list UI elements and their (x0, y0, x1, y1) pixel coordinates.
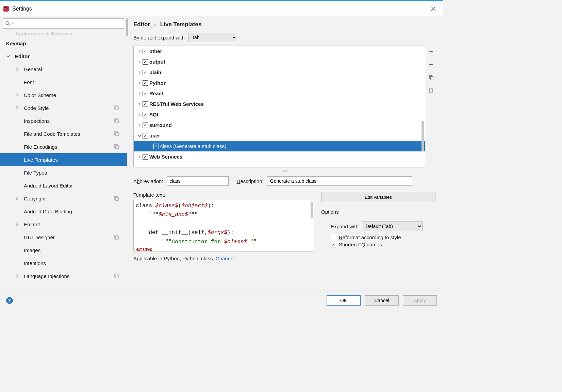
nav-item[interactable]: Copyright (0, 192, 127, 205)
splitter-handle[interactable]: ∷∷∷ (133, 170, 437, 172)
template-group[interactable]: SQL (134, 109, 425, 120)
add-button[interactable] (427, 48, 435, 56)
template-group[interactable]: RESTful Web Services (134, 99, 425, 109)
nav-item[interactable]: Intentions (0, 257, 127, 270)
group-checkbox[interactable] (143, 101, 148, 107)
chevron-right-icon (15, 105, 20, 111)
template-group[interactable]: Web Services (134, 151, 425, 162)
nav-item[interactable]: Keymap (0, 37, 127, 50)
reformat-checkbox[interactable] (331, 235, 336, 240)
group-checkbox[interactable] (143, 80, 148, 86)
nav-item[interactable]: Font (0, 76, 127, 88)
nav-item[interactable]: Android Layout Editor (0, 179, 127, 192)
abbreviation-label: Abbreviation: (133, 178, 163, 184)
group-checkbox[interactable] (143, 70, 148, 75)
group-checkbox[interactable] (143, 91, 148, 96)
right-scrollbar[interactable] (126, 18, 128, 36)
default-expand-select[interactable]: Tab (188, 33, 237, 42)
template-group[interactable]: surround (134, 120, 425, 130)
nav-item-label: File and Code Templates (24, 131, 80, 137)
expand-with-select[interactable]: Default (Tab) (362, 222, 423, 231)
chevron-right-icon[interactable] (136, 113, 143, 117)
svg-point-3 (6, 21, 9, 24)
reformat-checkbox-row[interactable]: Reformat according to style (331, 234, 437, 240)
nav-item-label: GUI Designer (24, 234, 55, 240)
search-dropdown-icon[interactable] (11, 22, 14, 25)
template-label: class (Generate a stub class) (160, 143, 226, 149)
nav-item[interactable]: Live Templates (0, 153, 127, 166)
shorten-checkbox-row[interactable]: Shorten FQ names (331, 242, 437, 247)
chevron-right-icon[interactable] (136, 102, 143, 106)
chevron-right-icon[interactable] (136, 92, 143, 96)
edit-variables-button[interactable]: Edit variables (321, 192, 435, 202)
templates-tree[interactable]: otheroutputplainPythonReactRESTful Web S… (133, 46, 425, 167)
remove-button[interactable] (427, 61, 435, 69)
shorten-checkbox[interactable] (331, 242, 336, 247)
description-input[interactable] (267, 176, 412, 186)
group-label: SQL (149, 112, 160, 117)
template-item[interactable]: class (Generate a stub class) (134, 141, 425, 151)
chevron-right-icon[interactable] (136, 81, 143, 85)
nav-item[interactable]: General (0, 63, 127, 76)
nav-item[interactable]: GUI Designer (0, 231, 127, 244)
nav-item-label: File Types (24, 170, 47, 176)
change-context-link[interactable]: Change (216, 256, 234, 261)
close-button[interactable] (427, 2, 440, 16)
breadcrumb-root[interactable]: Editor (133, 21, 150, 28)
nav-item-label: Images (24, 247, 40, 253)
chevron-right-icon[interactable] (136, 49, 143, 53)
nav-item[interactable]: File Types (0, 166, 127, 179)
svg-line-4 (9, 24, 10, 26)
template-scrollbar[interactable] (311, 201, 313, 218)
group-checkbox[interactable] (143, 112, 148, 117)
nav-item[interactable]: Code Style (0, 101, 127, 114)
template-group[interactable]: React (134, 88, 425, 99)
per-project-icon (114, 118, 119, 123)
search-box[interactable] (3, 18, 124, 29)
group-label: surround (149, 122, 172, 128)
template-group[interactable]: other (134, 46, 425, 56)
help-button[interactable]: ? (6, 297, 13, 304)
group-checkbox[interactable] (143, 49, 148, 54)
chevron-right-icon[interactable] (136, 123, 143, 127)
template-group[interactable]: plain (134, 67, 425, 78)
template-group[interactable]: Python (134, 78, 425, 88)
chevron-right-icon[interactable] (136, 155, 143, 159)
group-checkbox[interactable] (143, 133, 148, 138)
nav-item[interactable]: File and Code Templates (0, 127, 127, 140)
template-text-editor[interactable]: class $class$($object$): """$cls_doc$"""… (133, 200, 314, 251)
template-group[interactable]: user (134, 130, 425, 141)
nav-item[interactable]: Color Scheme (0, 88, 127, 101)
nav-item-label: General (24, 66, 42, 72)
tree-scrollbar[interactable] (422, 121, 424, 151)
nav-item[interactable]: Inspections (0, 114, 127, 127)
svg-rect-8 (115, 120, 118, 123)
settings-nav-tree[interactable]: Appearance & BehaviorKeymapEditorGeneral… (0, 30, 127, 291)
nav-item[interactable]: Images (0, 244, 127, 257)
description-label: Description: (237, 178, 264, 184)
help-icon: ? (8, 298, 11, 303)
nav-item[interactable]: File Encodings (0, 140, 127, 153)
nav-item[interactable]: Editor (0, 50, 127, 63)
shorten-label: Shorten FQ names (339, 242, 382, 247)
group-checkbox[interactable] (143, 154, 148, 160)
abbreviation-input[interactable] (167, 176, 229, 186)
svg-rect-6 (115, 107, 118, 110)
duplicate-button[interactable] (427, 74, 435, 82)
ok-button[interactable]: OK (327, 295, 361, 306)
nav-item[interactable]: Android Data Binding (0, 205, 127, 218)
group-checkbox[interactable] (143, 122, 148, 128)
template-group[interactable]: output (134, 56, 425, 67)
apply-button[interactable]: Apply (403, 295, 437, 306)
right-panel: Editor › Live Templates By default expan… (127, 16, 443, 291)
template-checkbox[interactable] (153, 144, 159, 149)
nav-item[interactable]: Emmet (0, 218, 127, 231)
restore-button[interactable] (427, 87, 435, 95)
nav-item[interactable]: Language Injections (0, 270, 127, 282)
group-checkbox[interactable] (143, 59, 148, 65)
cancel-button[interactable]: Cancel (365, 295, 399, 306)
chevron-right-icon[interactable] (136, 60, 143, 64)
chevron-down-icon[interactable] (136, 134, 143, 138)
chevron-right-icon[interactable] (136, 70, 143, 75)
search-input[interactable] (16, 20, 122, 27)
